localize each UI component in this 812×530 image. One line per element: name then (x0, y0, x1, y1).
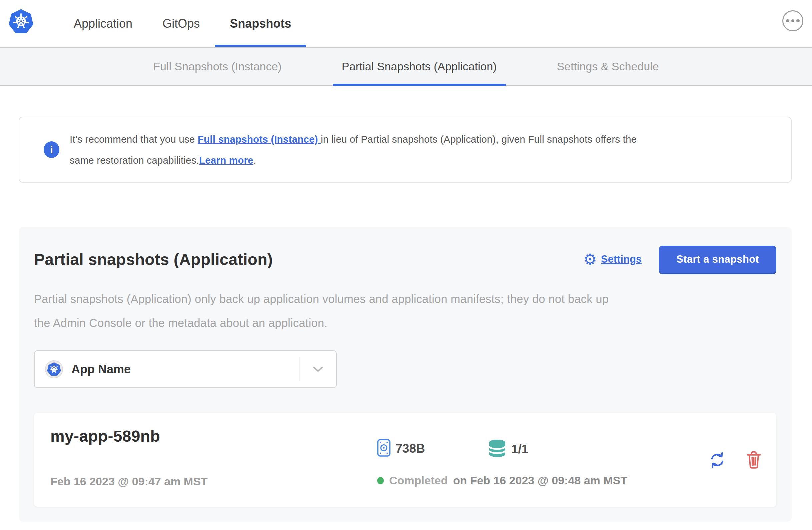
app-name-value: App Name (71, 362, 131, 376)
tab-full-snapshots-instance[interactable]: Full Snapshots (Instance) (144, 48, 291, 85)
tab-settings-schedule[interactable]: Settings & Schedule (548, 48, 668, 85)
full-snapshots-link[interactable]: Full snapshots (Instance) (198, 134, 321, 145)
snapshot-started-timestamp: Feb 16 2023 @ 09:47 am MST (50, 475, 208, 488)
info-icon: i (44, 141, 59, 158)
settings-link[interactable]: Settings (601, 253, 642, 265)
nav-item-application[interactable]: Application (59, 0, 147, 47)
disk-volume-icon (377, 439, 391, 458)
partial-snapshots-panel: Partial snapshots (Application) ⚙ Settin… (19, 227, 792, 522)
status-label: Completed (389, 474, 448, 487)
delete-snapshot-icon[interactable] (746, 451, 762, 469)
database-stack-icon (488, 439, 506, 460)
app-name-dropdown[interactable]: App Name (34, 350, 337, 388)
chevron-down-icon[interactable] (300, 351, 336, 387)
gear-icon: ⚙ (583, 252, 597, 267)
recommendation-banner: i It’s recommend that you use Full snaps… (19, 117, 792, 183)
kubernetes-logo-icon (8, 9, 34, 35)
status-completed-at: on Feb 16 2023 @ 09:48 am MST (453, 474, 627, 487)
snapshot-volumes: 1/1 (488, 439, 528, 460)
page-title: Partial snapshots (Application) (34, 250, 583, 269)
main-nav: Application GitOps Snapshots (59, 0, 306, 47)
snapshot-name: my-app-589nb (50, 427, 160, 445)
snapshot-volumes-value: 1/1 (511, 442, 528, 456)
snapshot-status: Completed on Feb 16 2023 @ 09:48 am MST (377, 474, 627, 487)
panel-header: Partial snapshots (Application) ⚙ Settin… (34, 246, 776, 273)
status-dot-icon (377, 477, 384, 484)
panel-description: Partial snapshots (Application) only bac… (34, 287, 776, 335)
snapshots-tab-bar: Full Snapshots (Instance) Partial Snapsh… (0, 47, 812, 86)
tab-partial-snapshots-application[interactable]: Partial Snapshots (Application) (333, 48, 506, 85)
nav-item-gitops[interactable]: GitOps (147, 0, 215, 47)
top-navigation: Application GitOps Snapshots (0, 0, 812, 47)
nav-item-snapshots[interactable]: Snapshots (215, 0, 306, 47)
snapshot-row: my-app-589nb Feb 16 2023 @ 09:47 am MST … (34, 413, 776, 507)
banner-text: It’s recommend that you use Full snapsho… (70, 129, 637, 171)
panel-header-actions: ⚙ Settings Start a snapshot (583, 246, 776, 273)
learn-more-link[interactable]: Learn more (199, 154, 253, 166)
snapshot-size-value: 738B (395, 442, 425, 456)
snapshot-size: 738B (377, 439, 425, 458)
snapshot-actions (708, 451, 762, 469)
ellipsis-icon (786, 19, 789, 23)
overflow-menu-button[interactable] (782, 10, 803, 31)
app-kubernetes-icon (45, 360, 63, 378)
start-snapshot-button[interactable]: Start a snapshot (659, 246, 776, 273)
restore-snapshot-icon[interactable] (708, 451, 727, 469)
